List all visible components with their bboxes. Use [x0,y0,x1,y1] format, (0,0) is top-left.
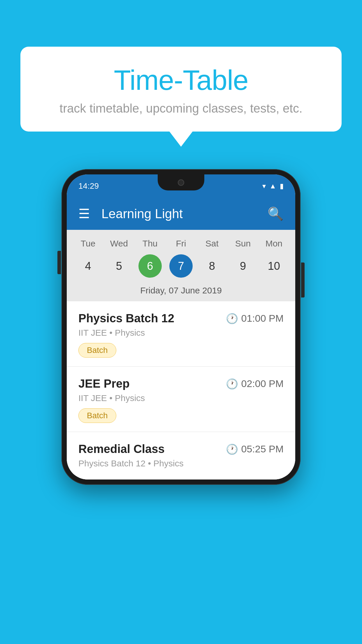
bubble-title: Time-Table [44,64,318,96]
battery-icon: ▮ [280,182,284,190]
status-icons: ▾ ▲ ▮ [262,182,284,190]
batch-badge-2: Batch [78,408,116,423]
clock-icon-1: 🕐 [226,313,238,324]
search-icon[interactable]: 🔍 [268,206,284,221]
day-tue: Tue [76,239,100,249]
day-sun: Sun [231,239,255,249]
date-5[interactable]: 5 [107,254,131,278]
date-4[interactable]: 4 [76,254,100,278]
class-name-3: Remedial Class [78,442,165,456]
batch-badge-1: Batch [78,343,116,358]
notch [158,174,204,190]
clock-icon-2: 🕐 [226,378,238,390]
class-name-1: Physics Batch 12 [78,312,174,325]
day-thu: Thu [138,239,162,249]
class-item-jee-prep[interactable]: JEE Prep 🕐 02:00 PM IIT JEE • Physics Ba… [67,367,295,432]
day-wed: Wed [107,239,131,249]
calendar-section: Tue Wed Thu Fri Sat Sun Mon 4 5 6 7 8 9 … [67,230,295,301]
date-7-selected[interactable]: 7 [169,254,193,278]
class-subtitle-2: IIT JEE • Physics [78,393,284,403]
class-time-2: 🕐 02:00 PM [226,378,284,390]
clock-icon-3: 🕐 [226,443,238,455]
class-time-1: 🕐 01:00 PM [226,313,284,324]
class-item-remedial[interactable]: Remedial Class 🕐 05:25 PM Physics Batch … [67,432,295,480]
phone-screen: 14:29 ▾ ▲ ▮ ☰ Learning Light 🔍 Tue [67,174,295,480]
date-10[interactable]: 10 [262,254,286,278]
menu-icon[interactable]: ☰ [78,207,90,220]
camera-dot [178,179,184,186]
class-name-2: JEE Prep [78,377,130,390]
bubble-subtitle: track timetable, upcoming classes, tests… [44,102,318,116]
class-time-3: 🕐 05:25 PM [226,443,284,455]
date-8[interactable]: 8 [200,254,224,278]
class-item-physics-batch[interactable]: Physics Batch 12 🕐 01:00 PM IIT JEE • Ph… [67,301,295,367]
class-item-header-1: Physics Batch 12 🕐 01:00 PM [78,312,284,325]
calendar-days-header: Tue Wed Thu Fri Sat Sun Mon [67,236,295,251]
status-time: 14:29 [78,181,99,191]
selected-date-label: Friday, 07 June 2019 [67,282,295,301]
day-sat: Sat [200,239,224,249]
phone-mockup: 14:29 ▾ ▲ ▮ ☰ Learning Light 🔍 Tue [61,169,301,485]
class-item-header-3: Remedial Class 🕐 05:25 PM [78,442,284,456]
day-mon: Mon [262,239,286,249]
class-subtitle-3: Physics Batch 12 • Physics [78,459,284,468]
class-item-header-2: JEE Prep 🕐 02:00 PM [78,377,284,390]
phone-outer: 14:29 ▾ ▲ ▮ ☰ Learning Light 🔍 Tue [61,169,301,485]
class-subtitle-1: IIT JEE • Physics [78,328,284,338]
day-fri: Fri [169,239,193,249]
app-bar: ☰ Learning Light 🔍 [67,198,295,230]
signal-icon: ▲ [269,182,276,190]
speech-bubble-container: Time-Table track timetable, upcoming cla… [20,47,342,132]
speech-bubble: Time-Table track timetable, upcoming cla… [20,47,342,132]
status-bar: 14:29 ▾ ▲ ▮ [67,174,295,198]
date-6-today[interactable]: 6 [138,254,162,278]
app-title: Learning Light [101,206,268,221]
wifi-icon: ▾ [262,182,266,190]
class-list: Physics Batch 12 🕐 01:00 PM IIT JEE • Ph… [67,301,295,480]
date-9[interactable]: 9 [231,254,255,278]
calendar-dates: 4 5 6 7 8 9 10 [67,251,295,282]
